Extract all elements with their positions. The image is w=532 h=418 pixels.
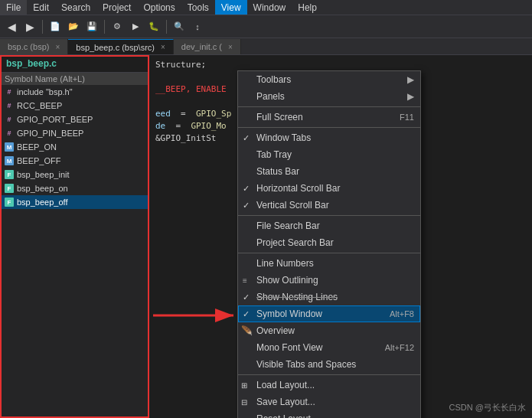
tab-bsp-beep-close[interactable]: ×: [161, 43, 165, 51]
back-button[interactable]: ◀: [3, 18, 20, 35]
menu-toolbars-label: Toolbars: [256, 74, 291, 85]
debug-button[interactable]: 🐛: [145, 18, 162, 35]
symbol-item-include[interactable]: # include "bsp.h": [0, 85, 149, 99]
menu-mono-font[interactable]: Mono Font View Alt+F12: [238, 339, 420, 356]
check-icon-h-scroll: ✓: [243, 184, 250, 194]
menu-load-layout[interactable]: ⊞ Load Layout...: [238, 377, 420, 394]
symbol-item-beep-on[interactable]: M BEEP_ON: [0, 140, 149, 154]
menu-view[interactable]: View: [215, 0, 247, 15]
menu-mono-font-label: Mono Font View: [256, 342, 323, 353]
menu-nesting-label: Show Nesting Lines: [256, 292, 338, 302]
symbol-text-4: BEEP_ON: [17, 142, 57, 152]
symbol-item-gpio-port[interactable]: # GPIO_PORT_BEEP: [0, 113, 149, 126]
menu-options[interactable]: Options: [137, 0, 181, 15]
main-area: bsp_beep.c Symbol Name (Alt+L) # include…: [0, 55, 532, 418]
menu-tab-tray[interactable]: Tab Tray: [238, 146, 420, 163]
toolbar-sep-1: [42, 20, 43, 34]
menu-fullscreen-label: Full Screen: [256, 112, 303, 122]
menu-visible-tabs-label: Visible Tabs and Spaces: [256, 359, 356, 370]
symbol-item-beep-off-fn[interactable]: F bsp_beep_off: [0, 195, 149, 209]
save-layout-icon: ⊟: [241, 398, 247, 407]
menu-fullscreen-shortcut: F11: [400, 113, 414, 122]
menu-file-search-label: File Search Bar: [256, 220, 320, 231]
check-icon-symbol: ✓: [243, 309, 250, 319]
menu-save-layout[interactable]: ⊟ Save Layout...: [238, 394, 420, 410]
menu-panels-label: Panels: [256, 91, 285, 102]
menu-line-numbers[interactable]: Line Numbers: [238, 255, 420, 272]
menu-bar: File Edit Search Project Options Tools V…: [0, 0, 532, 15]
menu-window-tabs-label: Window Tabs: [256, 132, 311, 143]
menu-load-layout-label: Load Layout...: [256, 380, 315, 390]
menu-panels[interactable]: Panels ▶: [238, 88, 420, 105]
menu-sep-4: [238, 253, 420, 253]
view-menu-dropdown: Toolbars ▶ Panels ▶ Full Screen F11 ✓ Wi…: [237, 70, 421, 418]
menu-overview[interactable]: 🪶 Overview: [238, 322, 420, 339]
tabs-bar: bsp.c (bsp) × bsp_beep.c (bsp\src) × dev…: [0, 38, 532, 55]
toolbar-sep-2: [104, 20, 105, 34]
tab-bsp[interactable]: bsp.c (bsp) ×: [0, 39, 68, 54]
tab-dev-init-close[interactable]: ×: [228, 43, 233, 51]
menu-project[interactable]: Project: [96, 0, 137, 15]
symbol-item-beep-off-macro[interactable]: M BEEP_OFF: [0, 154, 149, 168]
m-icon-1: M: [5, 156, 14, 165]
menu-symbol-window-shortcut: Alt+F8: [390, 309, 414, 318]
toolbar: ◀ ▶ 📄 📂 💾 ⚙ ▶ 🐛 🔍 ↕: [0, 15, 532, 38]
symbol-text-0: include "bsp.h": [17, 87, 73, 96]
replace-button[interactable]: ↕: [189, 18, 206, 35]
menu-h-scroll[interactable]: ✓ Horizontal Scroll Bar: [238, 180, 420, 197]
menu-status-bar-label: Status Bar: [256, 166, 299, 177]
menu-project-search-label: Project Search Bar: [256, 237, 334, 248]
menu-sep-5: [238, 374, 420, 375]
symbol-panel-subtitle: Symbol Name (Alt+L): [0, 73, 149, 85]
menu-project-search[interactable]: Project Search Bar: [238, 234, 420, 251]
menu-file[interactable]: File: [0, 0, 27, 15]
symbol-list: # include "bsp.h" # RCC_BEEP # GPIO_PORT…: [0, 85, 149, 418]
menu-help[interactable]: Help: [292, 0, 323, 15]
symbol-text-5: BEEP_OFF: [17, 156, 60, 165]
menu-reset-layout[interactable]: Reset Layout...: [238, 410, 420, 418]
menu-nesting-lines[interactable]: ✓ Show Nesting Lines: [238, 289, 420, 305]
symbol-text-8: bsp_beep_off: [17, 198, 67, 207]
menu-visible-tabs[interactable]: Visible Tabs and Spaces: [238, 356, 420, 373]
menu-line-numbers-label: Line Numbers: [256, 258, 314, 269]
panels-arrow-icon: ▶: [407, 91, 414, 102]
menu-search[interactable]: Search: [55, 0, 96, 15]
menu-outlining-label: Show Outlining: [256, 275, 318, 286]
symbol-panel: bsp_beep.c Symbol Name (Alt+L) # include…: [0, 55, 149, 418]
menu-tools[interactable]: Tools: [181, 0, 215, 15]
watermark: CSDN @弓长长白水: [449, 402, 526, 413]
menu-symbol-window[interactable]: ✓ Symbol Window Alt+F8: [238, 305, 420, 322]
symbol-item-rcc[interactable]: # RCC_BEEP: [0, 99, 149, 113]
menu-edit[interactable]: Edit: [27, 0, 55, 15]
menu-sep-2: [238, 127, 420, 128]
build-button[interactable]: ⚙: [109, 18, 126, 35]
symbol-panel-header: bsp_beep.c: [0, 55, 149, 73]
tab-dev-init-label: dev_init.c (: [181, 42, 222, 51]
menu-window-tabs[interactable]: ✓ Window Tabs: [238, 129, 420, 146]
search-button[interactable]: 🔍: [171, 18, 188, 35]
menu-outlining[interactable]: ≡ Show Outlining: [238, 272, 420, 289]
menu-toolbars[interactable]: Toolbars ▶: [238, 71, 420, 88]
overview-icon: 🪶: [241, 325, 253, 336]
symbol-item-gpio-pin[interactable]: # GPIO_PIN_BEEP: [0, 126, 149, 140]
tab-bsp-close[interactable]: ×: [55, 43, 60, 51]
symbol-text-3: GPIO_PIN_BEEP: [17, 129, 83, 138]
load-layout-icon: ⊞: [241, 381, 247, 390]
new-file-button[interactable]: 📄: [47, 18, 64, 35]
menu-v-scroll[interactable]: ✓ Vertical Scroll Bar: [238, 197, 420, 214]
tab-dev-init[interactable]: dev_init.c ( ×: [174, 39, 241, 54]
save-button[interactable]: 💾: [83, 18, 100, 35]
open-button[interactable]: 📂: [65, 18, 82, 35]
hash-icon-3: #: [5, 129, 14, 138]
hash-icon-0: #: [5, 87, 14, 96]
symbol-item-beep-init[interactable]: F bsp_beep_init: [0, 168, 149, 181]
f-icon-1: F: [5, 184, 14, 193]
menu-file-search[interactable]: File Search Bar: [238, 217, 420, 234]
forward-button[interactable]: ▶: [21, 18, 38, 35]
run-button[interactable]: ▶: [127, 18, 144, 35]
menu-status-bar[interactable]: Status Bar: [238, 163, 420, 180]
menu-window[interactable]: Window: [247, 0, 292, 15]
menu-fullscreen[interactable]: Full Screen F11: [238, 109, 420, 126]
tab-bsp-beep[interactable]: bsp_beep.c (bsp\src) ×: [68, 39, 174, 54]
symbol-item-beep-on-fn[interactable]: F bsp_beep_on: [0, 181, 149, 195]
